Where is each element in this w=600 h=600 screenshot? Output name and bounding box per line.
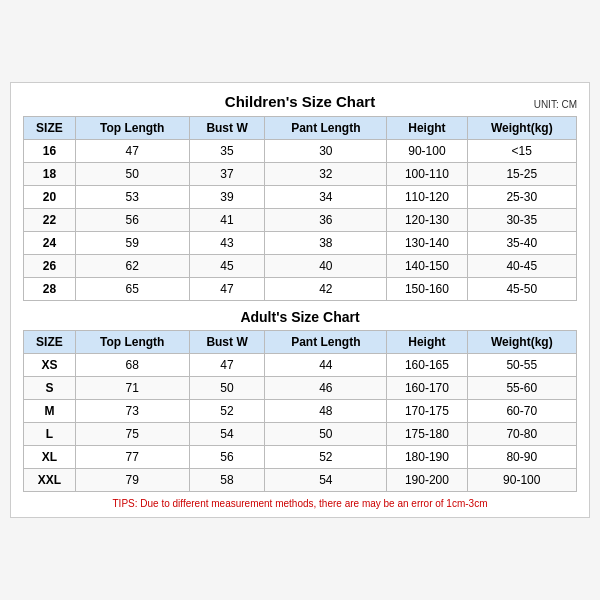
table-cell: 22 (24, 209, 76, 232)
table-cell: 36 (265, 209, 387, 232)
adults-col-height: Height (387, 331, 467, 354)
table-cell: 110-120 (387, 186, 467, 209)
table-cell: 28 (24, 278, 76, 301)
chart-container: Children's Size Chart UNIT: CM SIZE Top … (10, 82, 590, 518)
table-cell: 16 (24, 140, 76, 163)
table-row: L755450175-18070-80 (24, 423, 577, 446)
table-cell: 48 (265, 400, 387, 423)
table-row: 24594338130-14035-40 (24, 232, 577, 255)
table-cell: <15 (467, 140, 576, 163)
table-cell: 40-45 (467, 255, 576, 278)
table-cell: 90-100 (467, 469, 576, 492)
table-cell: 30-35 (467, 209, 576, 232)
table-cell: 50-55 (467, 354, 576, 377)
table-cell: 54 (189, 423, 265, 446)
table-cell: 70-80 (467, 423, 576, 446)
table-row: XL775652180-19080-90 (24, 446, 577, 469)
table-cell: 160-165 (387, 354, 467, 377)
table-cell: S (24, 377, 76, 400)
adults-chart-title: Adult's Size Chart (23, 301, 577, 330)
children-chart-title: Children's Size Chart (225, 93, 375, 110)
table-cell: XXL (24, 469, 76, 492)
table-cell: 35-40 (467, 232, 576, 255)
table-cell: 45 (189, 255, 265, 278)
table-cell: 38 (265, 232, 387, 255)
children-col-top-length: Top Length (75, 117, 189, 140)
table-cell: 50 (75, 163, 189, 186)
children-col-pant-length: Pant Length (265, 117, 387, 140)
table-cell: 18 (24, 163, 76, 186)
table-cell: 79 (75, 469, 189, 492)
table-cell: XL (24, 446, 76, 469)
table-cell: 42 (265, 278, 387, 301)
table-cell: 25-30 (467, 186, 576, 209)
table-row: 28654742150-16045-50 (24, 278, 577, 301)
tips-text: TIPS: Due to different measurement metho… (23, 498, 577, 509)
table-row: 22564136120-13030-35 (24, 209, 577, 232)
table-cell: 180-190 (387, 446, 467, 469)
table-cell: 65 (75, 278, 189, 301)
adults-col-size: SIZE (24, 331, 76, 354)
table-cell: 50 (265, 423, 387, 446)
table-cell: 44 (265, 354, 387, 377)
children-table-body: 1647353090-100<1518503732100-11015-25205… (24, 140, 577, 301)
adults-col-top-length: Top Length (75, 331, 189, 354)
table-cell: 43 (189, 232, 265, 255)
unit-label: UNIT: CM (534, 99, 577, 110)
table-cell: 20 (24, 186, 76, 209)
table-cell: 26 (24, 255, 76, 278)
table-cell: 45-50 (467, 278, 576, 301)
table-cell: XS (24, 354, 76, 377)
table-cell: 130-140 (387, 232, 467, 255)
table-row: M735248170-17560-70 (24, 400, 577, 423)
table-row: 26624540140-15040-45 (24, 255, 577, 278)
adults-col-pant-length: Pant Length (265, 331, 387, 354)
table-cell: 52 (189, 400, 265, 423)
children-table: SIZE Top Length Bust W Pant Length Heigh… (23, 116, 577, 301)
table-cell: 90-100 (387, 140, 467, 163)
table-cell: 47 (189, 354, 265, 377)
children-col-height: Height (387, 117, 467, 140)
table-cell: 37 (189, 163, 265, 186)
table-cell: 56 (75, 209, 189, 232)
table-cell: 47 (75, 140, 189, 163)
table-cell: 54 (265, 469, 387, 492)
table-cell: 62 (75, 255, 189, 278)
children-col-weight: Weight(kg) (467, 117, 576, 140)
table-cell: L (24, 423, 76, 446)
table-row: XXL795854190-20090-100 (24, 469, 577, 492)
table-cell: 170-175 (387, 400, 467, 423)
table-cell: 73 (75, 400, 189, 423)
children-title-row: Children's Size Chart UNIT: CM (23, 93, 577, 110)
children-table-header: SIZE Top Length Bust W Pant Length Heigh… (24, 117, 577, 140)
adults-table: SIZE Top Length Bust W Pant Length Heigh… (23, 330, 577, 492)
table-row: XS684744160-16550-55 (24, 354, 577, 377)
table-cell: 75 (75, 423, 189, 446)
table-cell: 30 (265, 140, 387, 163)
table-cell: 56 (189, 446, 265, 469)
table-cell: 100-110 (387, 163, 467, 186)
adults-table-header: SIZE Top Length Bust W Pant Length Heigh… (24, 331, 577, 354)
children-col-size: SIZE (24, 117, 76, 140)
table-cell: 47 (189, 278, 265, 301)
table-row: 1647353090-100<15 (24, 140, 577, 163)
table-cell: 120-130 (387, 209, 467, 232)
table-row: S715046160-17055-60 (24, 377, 577, 400)
table-cell: 71 (75, 377, 189, 400)
table-cell: 77 (75, 446, 189, 469)
table-row: 18503732100-11015-25 (24, 163, 577, 186)
table-cell: 60-70 (467, 400, 576, 423)
table-cell: 175-180 (387, 423, 467, 446)
table-cell: 35 (189, 140, 265, 163)
table-row: 20533934110-12025-30 (24, 186, 577, 209)
table-cell: 58 (189, 469, 265, 492)
children-col-bust-w: Bust W (189, 117, 265, 140)
table-cell: M (24, 400, 76, 423)
table-cell: 140-150 (387, 255, 467, 278)
table-cell: 59 (75, 232, 189, 255)
table-cell: 39 (189, 186, 265, 209)
table-cell: 190-200 (387, 469, 467, 492)
table-cell: 160-170 (387, 377, 467, 400)
table-cell: 24 (24, 232, 76, 255)
table-cell: 53 (75, 186, 189, 209)
